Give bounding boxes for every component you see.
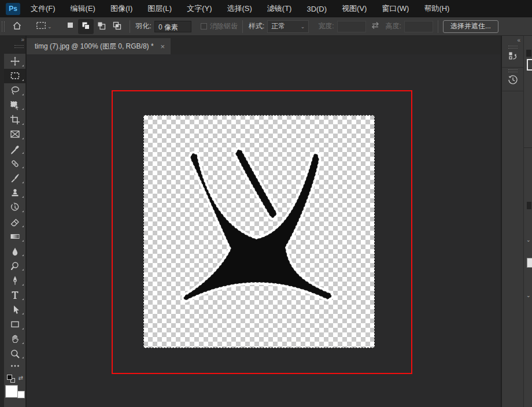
- move-tool[interactable]: [4, 54, 25, 68]
- default-colors-icon[interactable]: ⇄: [7, 375, 20, 384]
- dock-header: «: [502, 36, 523, 44]
- new-selection-icon: [66, 21, 75, 32]
- chevron-icon: ⌄: [526, 293, 531, 298]
- add-to-selection-button[interactable]: [78, 19, 94, 34]
- selection-mode-group: [63, 19, 125, 34]
- zoom-tool[interactable]: [4, 346, 25, 361]
- document-tab[interactable]: timg (7).jpg @ 100% (图层 0, RGB/8) * ×: [27, 38, 171, 54]
- document-tab-title: timg (7).jpg @ 100% (图层 0, RGB/8) *: [35, 42, 154, 51]
- anti-alias-checkbox[interactable]: [201, 23, 207, 29]
- toolbar-grip[interactable]: [14, 45, 24, 48]
- history-panel-button[interactable]: [502, 68, 523, 91]
- menu-file[interactable]: 文件(F): [23, 0, 63, 17]
- default-foreground-swatch: [7, 375, 12, 380]
- clipped-swatch-fragment: [527, 59, 532, 71]
- expand-toolbar-icon[interactable]: »: [21, 37, 24, 43]
- spot-healing-brush-tool[interactable]: [4, 156, 25, 171]
- tool-preset-picker[interactable]: ⌄: [33, 19, 55, 34]
- red-highlight-rectangle: [112, 91, 412, 373]
- subtract-from-selection-button[interactable]: [94, 19, 109, 34]
- object-selection-tool[interactable]: [4, 98, 25, 112]
- clipped-swatch-fragment: [527, 258, 532, 268]
- lasso-tool[interactable]: [4, 83, 25, 98]
- clone-stamp-tool[interactable]: [4, 186, 25, 200]
- swap-dimensions-icon[interactable]: [371, 21, 380, 31]
- add-to-selection-icon: [81, 21, 91, 32]
- close-tab-icon[interactable]: ×: [161, 42, 165, 51]
- document-area: timg (7).jpg @ 100% (图层 0, RGB/8) * ×: [27, 36, 501, 407]
- photoshop-logo-icon: Ps: [6, 3, 20, 15]
- panel-grip: [508, 69, 518, 72]
- hand-tool[interactable]: [4, 332, 25, 346]
- divider: [242, 20, 243, 33]
- foreground-color-swatch[interactable]: [5, 385, 18, 398]
- width-label: 宽度:: [318, 21, 334, 31]
- select-and-mask-button[interactable]: 选择并遮住...: [443, 20, 498, 33]
- canvas-overlay: [27, 54, 501, 407]
- menu-window[interactable]: 窗口(W): [374, 0, 416, 17]
- anti-alias-option: 消除锯齿: [201, 21, 238, 31]
- home-button[interactable]: [9, 19, 25, 34]
- blur-tool[interactable]: [4, 244, 25, 258]
- width-input: [337, 21, 366, 32]
- color-controls: ⇄: [4, 373, 25, 407]
- pen-tool[interactable]: [4, 273, 25, 287]
- feather-input[interactable]: 0 像素: [154, 21, 191, 32]
- style-dropdown[interactable]: 正常 ⌄: [267, 20, 309, 33]
- history-panel-icon: [507, 74, 519, 88]
- menu-type[interactable]: 文字(Y): [179, 0, 219, 17]
- rectangular-marquee-tool[interactable]: [4, 69, 25, 83]
- frame-tool[interactable]: [4, 127, 25, 142]
- menu-edit[interactable]: 编辑(E): [63, 0, 103, 17]
- eraser-tool[interactable]: [4, 214, 25, 229]
- type-tool[interactable]: [4, 288, 25, 302]
- eyedropper-tool[interactable]: [4, 142, 25, 156]
- clipped-panel-column: ⌄ ⌄: [523, 36, 532, 407]
- swap-colors-icon[interactable]: ⇄: [19, 375, 23, 381]
- workspace: »: [0, 36, 532, 407]
- collapse-dock-icon[interactable]: «: [517, 37, 520, 43]
- panel-grip: [508, 46, 518, 49]
- rectangle-tool[interactable]: [4, 317, 25, 331]
- toolbar: »: [4, 36, 25, 407]
- layer-comps-panel-button[interactable]: [502, 44, 523, 68]
- intersect-selection-icon: [112, 21, 122, 32]
- subtract-from-selection-icon: [97, 21, 106, 32]
- menu-view[interactable]: 视图(V): [334, 0, 374, 17]
- menu-select[interactable]: 选择(S): [219, 0, 259, 17]
- menu-layer[interactable]: 图层(L): [140, 0, 179, 17]
- new-selection-button[interactable]: [63, 19, 78, 34]
- layer-comps-panel-icon: [507, 50, 519, 64]
- path-selection-tool[interactable]: [4, 302, 25, 317]
- options-bar-grip[interactable]: [2, 21, 5, 32]
- divider: [524, 147, 532, 148]
- right-panel-dock: «: [501, 36, 523, 407]
- chevron-down-icon: ⌄: [47, 24, 52, 29]
- style-value: 正常: [271, 21, 285, 31]
- dodge-tool[interactable]: [4, 258, 25, 273]
- menu-3d[interactable]: 3D(D): [299, 0, 334, 17]
- black-crescent: [236, 150, 276, 217]
- height-input: [404, 21, 433, 32]
- left-edge: [0, 36, 4, 407]
- menu-image[interactable]: 图像(I): [103, 0, 140, 17]
- divider: [438, 20, 438, 33]
- brush-tool[interactable]: [4, 171, 25, 185]
- background-color-swatch[interactable]: [17, 391, 25, 398]
- chevron-down-icon: ⌄: [301, 24, 305, 29]
- tab-bar: timg (7).jpg @ 100% (图层 0, RGB/8) * ×: [27, 36, 501, 54]
- divider: [130, 20, 130, 33]
- intersect-selection-button[interactable]: [109, 19, 125, 34]
- menu-help[interactable]: 帮助(H): [416, 0, 457, 17]
- gradient-tool[interactable]: [4, 230, 25, 244]
- crop-tool[interactable]: [4, 112, 25, 127]
- history-brush-tool[interactable]: [4, 200, 25, 214]
- marquee-preset-icon: [36, 21, 46, 32]
- anti-alias-label: 消除锯齿: [210, 21, 238, 31]
- edit-toolbar-button[interactable]: [4, 361, 25, 371]
- toolbar-header: »: [4, 36, 25, 54]
- canvas-viewport[interactable]: [27, 54, 501, 407]
- height-label: 高度:: [386, 21, 401, 31]
- menu-filter[interactable]: 滤镜(T): [260, 0, 300, 17]
- chevron-icon: ⌄: [526, 237, 531, 243]
